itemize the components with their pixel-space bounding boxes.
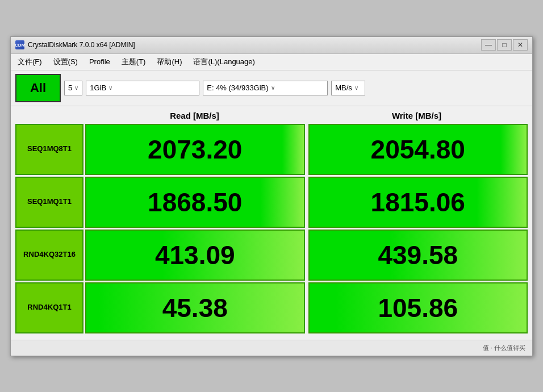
row-label-seq1m-q8t1: SEQ1M Q8T1 bbox=[15, 124, 83, 175]
menu-item-theme[interactable]: 主题(T) bbox=[117, 55, 151, 69]
header-label-spacer bbox=[15, 109, 83, 123]
drive-dropdown[interactable]: E: 4% (34/933GiB) ∨ bbox=[203, 81, 328, 95]
write-value-rnd4k-q32t16: 439.58 bbox=[308, 230, 528, 281]
toolbar: All 5 ∨ 1GiB ∨ E: 4% (34/933GiB) ∨ MB/s … bbox=[11, 70, 532, 106]
title-bar: CDM CrystalDiskMark 7.0.0 x64 [ADMIN] — … bbox=[11, 37, 532, 54]
read-value-seq1m-q8t1: 2073.20 bbox=[85, 124, 305, 175]
menu-item-language[interactable]: 语言(L)(Language) bbox=[189, 55, 259, 69]
minimize-button[interactable]: — bbox=[481, 39, 496, 51]
all-button[interactable]: All bbox=[15, 74, 61, 102]
table-row: RND4K Q32T16 413.09 439.58 bbox=[15, 230, 528, 281]
read-value-rnd4k-q32t16: 413.09 bbox=[85, 230, 305, 281]
window-title: CrystalDiskMark 7.0.0 x64 [ADMIN] bbox=[28, 41, 135, 49]
read-value-seq1m-q1t1: 1868.50 bbox=[85, 177, 305, 228]
close-button[interactable]: ✕ bbox=[513, 39, 528, 51]
app-icon: CDM bbox=[15, 40, 24, 49]
read-value-rnd4k-q1t1: 45.38 bbox=[85, 282, 305, 333]
menu-bar: 文件(F) 设置(S) Profile 主题(T) 帮助(H) 语言(L)(La… bbox=[11, 54, 532, 70]
row-label-rnd4k-q32t16: RND4K Q32T16 bbox=[15, 230, 83, 281]
menu-item-settings[interactable]: 设置(S) bbox=[49, 55, 82, 69]
write-header: Write [MB/s] bbox=[306, 109, 528, 123]
watermark: 值 · 什么值得买 bbox=[483, 344, 525, 352]
size-dropdown[interactable]: 1GiB ∨ bbox=[86, 81, 199, 95]
write-value-rnd4k-q1t1: 105.86 bbox=[308, 282, 528, 333]
menu-item-profile[interactable]: Profile bbox=[85, 56, 115, 68]
runs-dropdown[interactable]: 5 ∨ bbox=[64, 81, 82, 95]
read-header: Read [MB/s] bbox=[83, 109, 306, 123]
unit-dropdown-arrow: ∨ bbox=[354, 85, 358, 91]
write-value-seq1m-q1t1: 1815.06 bbox=[308, 177, 528, 228]
table-row: SEQ1M Q1T1 1868.50 1815.06 bbox=[15, 177, 528, 228]
menu-item-help[interactable]: 帮助(H) bbox=[152, 55, 186, 69]
unit-dropdown[interactable]: MB/s ∨ bbox=[331, 81, 365, 95]
drive-dropdown-arrow: ∨ bbox=[271, 85, 275, 91]
menu-item-file[interactable]: 文件(F) bbox=[13, 55, 47, 69]
app-window: CDM CrystalDiskMark 7.0.0 x64 [ADMIN] — … bbox=[10, 36, 533, 356]
title-bar-controls: — □ ✕ bbox=[481, 39, 528, 51]
row-label-seq1m-q1t1: SEQ1M Q1T1 bbox=[15, 177, 83, 228]
row-label-rnd4k-q1t1: RND4K Q1T1 bbox=[15, 282, 83, 333]
title-bar-left: CDM CrystalDiskMark 7.0.0 x64 [ADMIN] bbox=[15, 40, 135, 49]
table-row: RND4K Q1T1 45.38 105.86 bbox=[15, 282, 528, 333]
write-value-seq1m-q8t1: 2054.80 bbox=[308, 124, 528, 175]
bottom-bar: 值 · 什么值得买 bbox=[11, 340, 532, 356]
content-area: Read [MB/s] Write [MB/s] SEQ1M Q8T1 2073… bbox=[11, 106, 532, 340]
table-header: Read [MB/s] Write [MB/s] bbox=[15, 109, 528, 123]
runs-dropdown-arrow: ∨ bbox=[74, 85, 78, 91]
maximize-button[interactable]: □ bbox=[497, 39, 512, 51]
table-row: SEQ1M Q8T1 2073.20 2054.80 bbox=[15, 124, 528, 175]
size-dropdown-arrow: ∨ bbox=[108, 85, 112, 91]
